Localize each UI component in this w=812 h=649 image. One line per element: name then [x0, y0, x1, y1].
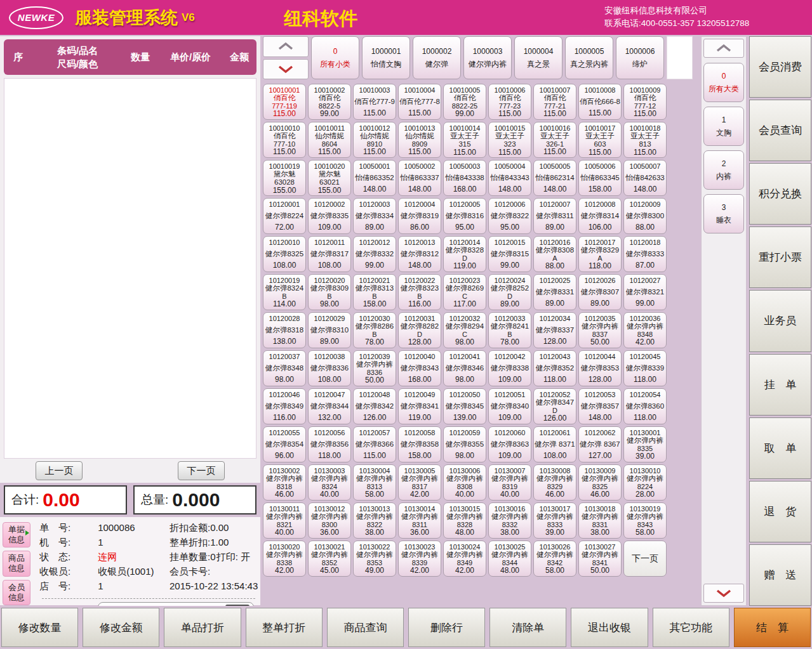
product-cell[interactable]: 10130018 健尔弹内裤 8331 38.00: [578, 502, 622, 539]
product-cell[interactable]: 10120057 健尔弹8366 115.00: [353, 426, 396, 462]
product-cell[interactable]: 10130004 健尔弹内裤 8313 58.00: [353, 464, 396, 501]
product-cell[interactable]: 10010010 俏百伦 777-10 115.00: [263, 122, 306, 158]
bottom-button[interactable]: 删除行: [408, 608, 485, 647]
big-category-scroll-down-button[interactable]: [703, 584, 744, 603]
product-cell[interactable]: 10130021 健尔弹内裤 8352 45.00: [308, 541, 351, 577]
product-cell[interactable]: 10120012 健尔弹8332 99.00: [353, 236, 396, 272]
product-cell[interactable]: 10130023 健尔弹内裤 8339 42.00: [398, 541, 441, 577]
product-cell[interactable]: 10120026 健尔弹8307 89.00: [578, 274, 622, 310]
product-cell[interactable]: 10130024 健尔弹内裤 8349 42.00: [443, 541, 486, 577]
product-cell[interactable]: 10120003 健尔弹8334 89.00: [353, 198, 396, 234]
product-cell[interactable]: 10010001 俏百伦 777-119 115.00: [263, 84, 306, 120]
product-cell[interactable]: 10130014 健尔弹内裤 8311 36.00: [398, 502, 441, 539]
product-cell[interactable]: 10130027 健尔弹内裤 8341 50.00: [578, 541, 622, 577]
cart-next-page-button[interactable]: 下一页: [178, 461, 225, 480]
product-cell[interactable]: 10120033 健尔弹8241 B 78.00: [488, 312, 531, 348]
product-cell[interactable]: 10010007 俏百伦 777-21 115.00: [533, 84, 576, 120]
product-cell[interactable]: 10120061 健尔弹 8371 108.00: [533, 426, 576, 462]
product-cell[interactable]: 10120040 健尔弹8343 168.00: [398, 350, 441, 386]
product-cell[interactable]: 10130008 健尔弹内裤 8329 46.00: [533, 464, 576, 501]
product-cell[interactable]: 10120021 健尔弹8313 B 158.00: [353, 274, 396, 310]
function-button[interactable]: 退 货: [749, 481, 811, 542]
product-cell[interactable]: 10120025 健尔弹8331 89.00: [533, 274, 576, 310]
product-cell[interactable]: 10120039 健尔弹内裤 8336 50.00: [353, 350, 396, 386]
product-cell[interactable]: 10010013 仙尔情妮 8909 115.00: [398, 122, 441, 158]
product-cell[interactable]: 10120016 健尔弹8308 A 88.00: [533, 236, 576, 272]
product-cell[interactable]: 10130002 健尔弹内裤 8318 46.00: [263, 464, 306, 501]
bottom-button[interactable]: 清除单: [489, 608, 566, 647]
product-cell[interactable]: 10120053 健尔弹8357 148.00: [578, 388, 622, 424]
product-cell[interactable]: 10010019 黛尔魅63028 155.00: [263, 160, 306, 196]
small-category-button[interactable]: 1000004 真之景: [514, 36, 562, 79]
product-cell[interactable]: 10120030 健尔弹8286 B 78.00: [353, 312, 396, 348]
product-cell[interactable]: 10120004 健尔弹8319 86.00: [398, 198, 441, 234]
product-cell[interactable]: 10130005 健尔弹内裤 8317 42.00: [398, 464, 441, 501]
small-category-button[interactable]: 1000002 健尔弹: [413, 36, 461, 79]
bottom-button[interactable]: 修改数量: [1, 608, 78, 647]
product-cell[interactable]: 10010015 亚太王子323 115.00: [488, 122, 531, 158]
product-cell[interactable]: 10120015 健尔弹8315 99.00: [488, 236, 531, 272]
function-button[interactable]: 积分兑换: [749, 163, 811, 225]
product-cell[interactable]: 10120048 健尔弹8342 126.00: [353, 388, 396, 424]
product-cell[interactable]: 10120018 健尔弹8333 87.00: [623, 236, 667, 272]
product-cell[interactable]: 10120020 健尔弹8309 B 98.00: [308, 274, 351, 310]
bottom-button[interactable]: 退出收银: [571, 608, 648, 647]
function-button[interactable]: 会员查询: [749, 100, 811, 161]
small-category-button[interactable]: 1000003 健尔弹内裤: [463, 36, 512, 79]
product-cell[interactable]: 10120056 健尔弹8356 118.00: [308, 426, 351, 462]
product-cell[interactable]: 10120041 健尔弹8346 98.00: [443, 350, 486, 386]
product-cell[interactable]: 10010011 仙尔情妮 8604 115.00: [308, 122, 351, 158]
product-cell[interactable]: 10120036 健尔弹内裤 8348 42.00: [623, 312, 667, 348]
product-cell[interactable]: 10120055 健尔弹8354 96.00: [263, 426, 306, 462]
product-cell[interactable]: 10130010 健尔弹内裤 8224 28.00: [623, 464, 667, 501]
product-cell[interactable]: 10120045 健尔弹8339 118.00: [623, 350, 667, 386]
product-cell[interactable]: 10050001 怡倩863352 148.00: [353, 160, 396, 196]
product-cell[interactable]: 10120044 健尔弹8353 128.00: [578, 350, 622, 386]
product-cell[interactable]: 10120037 健尔弹8348 98.00: [263, 350, 306, 386]
product-cell[interactable]: 10130016 健尔弹内裤 8332 38.00: [488, 502, 531, 539]
product-cell[interactable]: 10120017 健尔弹8329 A 118.00: [578, 236, 622, 272]
product-cell[interactable]: 10050003 怡倩843338 168.00: [443, 160, 486, 196]
product-cell[interactable]: 10010016 亚太王子 326-1 115.00: [533, 122, 576, 158]
product-cell[interactable]: 10010006 俏百伦 777-23 115.00: [488, 84, 531, 120]
product-cell[interactable]: 10010018 亚太王子813 115.00: [623, 122, 667, 158]
info-tab[interactable]: 会员 信息: [3, 580, 30, 605]
product-cell[interactable]: 下一页: [623, 541, 667, 577]
product-cell[interactable]: 10120002 健尔弹8335 109.00: [308, 198, 351, 234]
product-cell[interactable]: 10010020 黛尔魅63021 155.00: [308, 160, 351, 196]
product-cell[interactable]: 10130009 健尔弹内裤 8325 46.00: [578, 464, 622, 501]
product-cell[interactable]: 10010003 俏百伦777-9 115.00: [353, 84, 396, 120]
product-cell[interactable]: 10120001 健尔弹8224 72.00: [263, 198, 306, 234]
big-category-button[interactable]: 3 睡衣: [703, 194, 744, 233]
small-category-button[interactable]: 1000005 真之景内裤: [565, 36, 613, 79]
product-cell[interactable]: 10120052 健尔弹8347 D 126.00: [533, 388, 576, 424]
product-cell[interactable]: 10120060 健尔弹8363 109.00: [488, 426, 531, 462]
bottom-button[interactable]: 单品打折: [164, 608, 241, 647]
product-cell[interactable]: 10120038 健尔弹8336 108.00: [308, 350, 351, 386]
category-scroll-down-button[interactable]: [263, 59, 309, 80]
product-cell[interactable]: 10120011 健尔弹8317 108.00: [308, 236, 351, 272]
product-cell[interactable]: 10130022 健尔弹内裤 8353 49.00: [353, 541, 396, 577]
product-cell[interactable]: 10130011 健尔弹内裤 8321 40.00: [263, 502, 306, 539]
product-cell[interactable]: 10130026 健尔弹内裤 8342 58.00: [533, 541, 576, 577]
product-cell[interactable]: 10010009 俏百伦 777-12 115.00: [623, 84, 667, 120]
function-button[interactable]: 业务员: [749, 290, 811, 351]
product-cell[interactable]: 10120047 健尔弹8344 132.00: [308, 388, 351, 424]
product-cell[interactable]: 10010012 仙尔情妮 8910 115.00: [353, 122, 396, 158]
product-cell[interactable]: 10050007 怡倩842633 148.00: [623, 160, 667, 196]
product-cell[interactable]: 10130007 健尔弹内裤 8319 40.00: [488, 464, 531, 501]
small-category-button[interactable]: 1000001 怡倩文胸: [362, 36, 410, 79]
product-cell[interactable]: 10120049 健尔弹8341 119.00: [398, 388, 441, 424]
small-category-button[interactable]: 1000006 缔炉: [616, 36, 664, 79]
product-cell[interactable]: 10130012 健尔弹内裤 8300 36.00: [308, 502, 351, 539]
product-cell[interactable]: 10120007 健尔弹8311 89.00: [533, 198, 576, 234]
product-cell[interactable]: 10130003 健尔弹内裤 8324 40.00: [308, 464, 351, 501]
big-category-scroll-up-button[interactable]: [703, 39, 744, 58]
product-cell[interactable]: 10130015 健尔弹内裤 8328 48.00: [443, 502, 486, 539]
product-cell[interactable]: 10010005 俏百伦 8822-25 99.00: [443, 84, 486, 120]
bottom-button[interactable]: 整单打折: [246, 608, 323, 647]
function-button[interactable]: 赠 送: [749, 544, 811, 606]
product-cell[interactable]: 10120043 健尔弹8352 118.00: [533, 350, 576, 386]
product-cell[interactable]: 10120042 健尔弹8338 109.00: [488, 350, 531, 386]
small-category-button[interactable]: 0 所有小类: [311, 36, 359, 79]
